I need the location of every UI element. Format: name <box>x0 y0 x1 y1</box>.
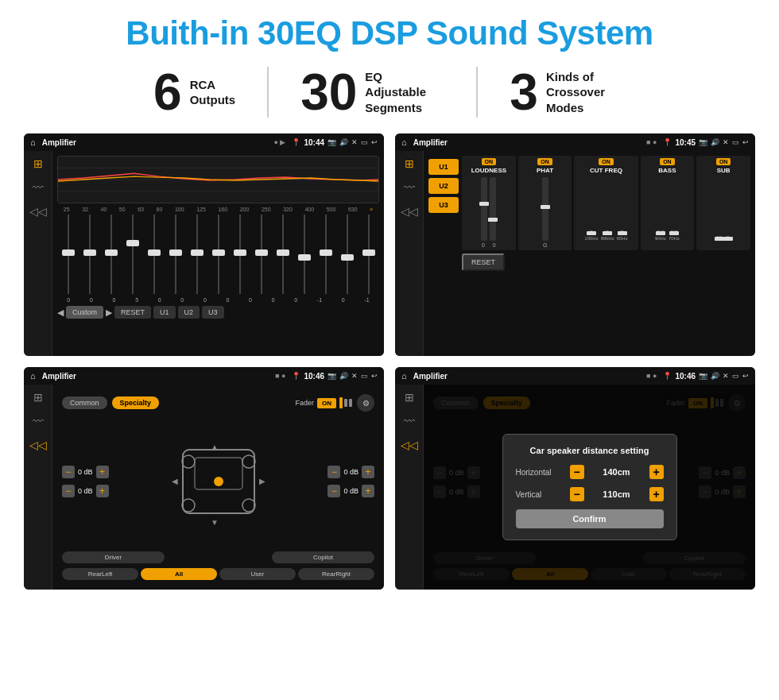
window-icon-s1: ▭ <box>361 138 368 146</box>
sub-on-badge[interactable]: ON <box>716 158 731 165</box>
all-btn-s3[interactable]: All <box>141 568 217 580</box>
eq-slider-5[interactable] <box>153 215 155 294</box>
home-icon-s2[interactable]: ⌂ <box>401 137 407 147</box>
preset-u2[interactable]: U2 <box>428 178 459 194</box>
bass-on-badge[interactable]: ON <box>660 158 675 165</box>
horizontal-plus-btn[interactable]: + <box>649 465 664 479</box>
db-minus-tr[interactable]: − <box>327 466 340 478</box>
db-plus-tr[interactable]: + <box>362 466 374 478</box>
eq-slider-6[interactable] <box>175 215 176 294</box>
rearleft-btn-s3[interactable]: RearLeft <box>62 568 138 580</box>
phat-on-badge[interactable]: ON <box>537 158 552 165</box>
window-icon-s2: ▭ <box>732 138 739 146</box>
eq-slider-14[interactable] <box>347 215 348 294</box>
horizontal-minus-btn[interactable]: − <box>570 465 584 479</box>
confirm-button[interactable]: Confirm <box>516 509 664 528</box>
db-minus-bl[interactable]: − <box>62 485 75 497</box>
eq-curve-svg <box>58 157 378 203</box>
tab-specialty-s3[interactable]: Specialty <box>112 396 160 409</box>
db-control-tl: − 0 dB + <box>62 466 109 478</box>
db-plus-br[interactable]: + <box>362 485 374 497</box>
eq-u1-btn[interactable]: U1 <box>153 306 176 319</box>
db-minus-tl[interactable]: − <box>62 466 75 478</box>
phat-slider[interactable] <box>542 177 548 241</box>
screen3-main: Common Specialty Fader ON <box>52 385 384 590</box>
eq-slider-15[interactable] <box>368 215 370 294</box>
home-icon-s1[interactable]: ⌂ <box>30 137 36 147</box>
wave-icon-s4[interactable]: 〰 <box>404 415 415 427</box>
volume-icon-s2: 🔊 <box>711 138 719 146</box>
user-btn-s3[interactable]: User <box>219 568 296 580</box>
preset-u3[interactable]: U3 <box>428 197 459 213</box>
distance-dialog: Car speaker distance setting Horizontal … <box>502 434 677 540</box>
screen1-main: 25 32 40 50 63 80 100 125 160 200 250 32… <box>52 151 384 356</box>
db-plus-bl[interactable]: + <box>96 485 109 497</box>
wave-icon-s3[interactable]: 〰 <box>33 415 44 427</box>
loudness-label: LOUDNESS <box>471 167 506 174</box>
copilot-btn-s3[interactable]: Copilot <box>272 551 374 563</box>
eq-custom-btn[interactable]: Custom <box>66 306 103 319</box>
eq-icon-s1[interactable]: ⊞ <box>33 157 43 170</box>
rearright-btn-s3[interactable]: RearRight <box>298 568 374 580</box>
back-icon-s2[interactable]: ↩ <box>742 138 749 146</box>
back-icon-s1[interactable]: ↩ <box>371 138 378 146</box>
eq-slider-4[interactable] <box>132 215 134 294</box>
eq-slider-13[interactable] <box>325 215 327 294</box>
vertical-plus-btn[interactable]: + <box>649 487 664 501</box>
eq-slider-3[interactable] <box>110 215 112 294</box>
eq-band-labels: 25 32 40 50 63 80 100 125 160 200 250 32… <box>57 207 379 212</box>
screen4-main: Common Specialty Fader ON <box>424 385 755 590</box>
speaker-icon-s1[interactable]: ◁◁ <box>29 205 47 218</box>
eq-prev-btn[interactable]: ◀ <box>57 307 64 318</box>
speaker-icon-s3[interactable]: ◁◁ <box>29 439 47 451</box>
eq-u2-btn[interactable]: U2 <box>178 306 200 319</box>
dialog-overlay: Car speaker distance setting Horizontal … <box>424 385 755 590</box>
home-icon-s3[interactable]: ⌂ <box>30 371 36 381</box>
loudness-slider-1[interactable] <box>481 177 487 241</box>
eq-reset-btn[interactable]: RESET <box>114 306 151 319</box>
loudness-on-badge[interactable]: ON <box>482 158 497 165</box>
wave-icon-s2[interactable]: 〰 <box>404 181 415 194</box>
fader-on-btn-s3[interactable]: ON <box>317 398 336 408</box>
eq-slider-8[interactable] <box>218 215 219 294</box>
eq-slider-1[interactable] <box>68 215 69 294</box>
back-icon-s4[interactable]: ↩ <box>742 372 749 380</box>
crossover-reset-btn[interactable]: RESET <box>462 253 505 271</box>
screen2-content: ⊞ 〰 ◁◁ U1 U2 U3 <box>395 151 755 356</box>
settings-btn-s3[interactable]: ⚙ <box>357 394 374 412</box>
eq-icon-s4[interactable]: ⊞ <box>405 391 414 404</box>
close-icon-s4: ✕ <box>723 372 729 380</box>
eq-icon-s2[interactable]: ⊞ <box>405 157 414 170</box>
home-icon-s4[interactable]: ⌂ <box>401 371 407 381</box>
screen4-panel: ⌂ Amplifier ■ ● 📍 10:46 📷 🔊 ✕ ▭ ↩ ⊞ 〰 ◁◁ <box>395 367 755 590</box>
stat-number-crossover: 3 <box>510 67 538 118</box>
cutfreq-on-badge[interactable]: ON <box>599 158 614 165</box>
eq-slider-2[interactable] <box>89 215 91 294</box>
fader-slider-bars <box>339 397 352 408</box>
close-icon-s1: ✕ <box>351 138 358 146</box>
wave-icon-s1[interactable]: 〰 <box>33 181 44 194</box>
tab-common-s3[interactable]: Common <box>62 396 107 409</box>
loudness-slider-2[interactable] <box>490 177 496 241</box>
db-minus-br[interactable]: − <box>327 485 340 497</box>
eq-slider-12[interactable] <box>304 215 305 294</box>
car-diagram-area: ▲ ▼ ◀ ▶ <box>114 416 324 547</box>
dot-icons-s1: ● ▶ <box>273 138 285 146</box>
driver-btn-s3[interactable]: Driver <box>62 551 165 563</box>
bass-label: BASS <box>658 167 676 174</box>
speaker-icon-s4[interactable]: ◁◁ <box>401 439 418 451</box>
volume-icon-s1: 🔊 <box>339 138 348 146</box>
eq-next-btn[interactable]: ▶ <box>106 307 112 318</box>
preset-u1[interactable]: U1 <box>428 159 459 175</box>
eq-slider-9[interactable] <box>239 215 241 294</box>
eq-icon-s3[interactable]: ⊞ <box>33 391 43 404</box>
db-plus-tl[interactable]: + <box>96 466 109 478</box>
eq-u3-btn[interactable]: U3 <box>202 306 224 319</box>
speaker-icon-s2[interactable]: ◁◁ <box>401 205 418 218</box>
back-icon-s3[interactable]: ↩ <box>371 372 378 380</box>
eq-slider-7[interactable] <box>196 215 198 294</box>
eq-slider-10[interactable] <box>261 215 262 294</box>
vertical-minus-btn[interactable]: − <box>570 487 584 501</box>
eq-slider-11[interactable] <box>282 215 284 294</box>
stat-label-eq: EQ AdjustableSegments <box>365 69 444 116</box>
